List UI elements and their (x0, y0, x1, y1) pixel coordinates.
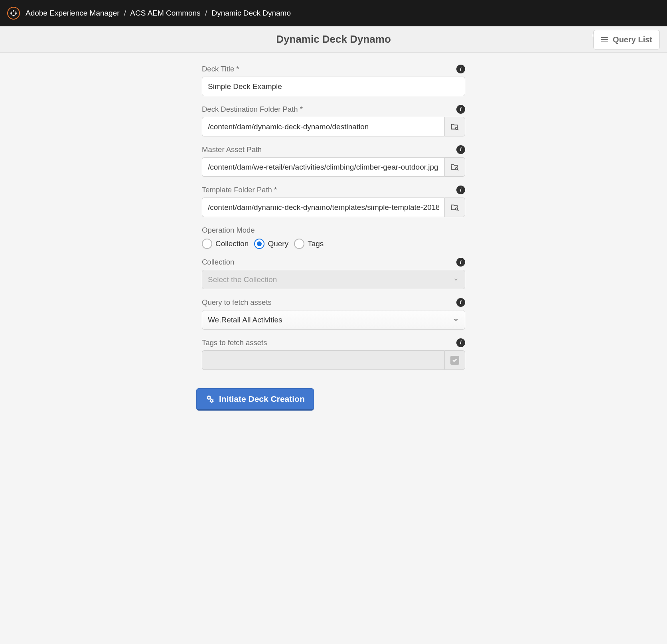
field-collection: Collection Select the Collection (202, 258, 465, 289)
form-container: Deck Title * Deck Destination Folder Pat… (202, 53, 465, 435)
breadcrumb-sep: / (205, 9, 207, 17)
topbar: Adobe Experience Manager / ACS AEM Commo… (0, 0, 667, 26)
field-query: Query to fetch assets We.Retail All Acti… (202, 298, 465, 330)
query-list-button[interactable]: Query List (593, 30, 660, 49)
field-operation-mode: Operation Mode Collection Query Tags (202, 226, 465, 249)
query-label: Query to fetch assets (202, 298, 272, 307)
info-icon[interactable] (456, 65, 465, 73)
destination-path-label: Deck Destination Folder Path * (202, 105, 303, 114)
master-asset-path-input[interactable] (202, 157, 444, 177)
field-deck-title: Deck Title * (202, 65, 465, 96)
browse-folder-button[interactable] (444, 117, 465, 136)
hamburger-icon (601, 36, 608, 44)
field-master-asset-path: Master Asset Path (202, 145, 465, 177)
destination-path-input[interactable] (202, 117, 444, 136)
radio-tags-label: Tags (308, 239, 324, 248)
info-icon[interactable] (456, 338, 465, 347)
template-folder-path-input[interactable] (202, 198, 444, 217)
breadcrumb-sep: / (124, 9, 126, 17)
collection-label: Collection (202, 258, 234, 267)
collection-placeholder: Select the Collection (208, 275, 277, 284)
folder-search-icon (450, 163, 459, 172)
browse-folder-button[interactable] (444, 198, 465, 217)
breadcrumb-mid[interactable]: ACS AEM Commons (130, 9, 200, 17)
svg-line-7 (458, 169, 458, 170)
folder-search-icon (450, 203, 459, 212)
deck-title-input[interactable] (202, 77, 465, 96)
info-icon[interactable] (456, 145, 465, 154)
svg-point-4 (456, 127, 458, 129)
breadcrumb-leaf[interactable]: Dynamic Deck Dynamo (212, 9, 291, 17)
operation-mode-label: Operation Mode (202, 226, 465, 235)
info-icon[interactable] (456, 298, 465, 307)
aem-logo-icon[interactable] (7, 7, 20, 20)
submit-label: Initiate Deck Creation (219, 394, 305, 404)
template-folder-path-label: Template Folder Path * (202, 186, 277, 194)
svg-point-6 (456, 167, 458, 170)
radio-tags[interactable]: Tags (294, 239, 324, 249)
info-icon[interactable] (456, 186, 465, 194)
initiate-deck-creation-button[interactable]: Initiate Deck Creation (196, 388, 314, 411)
radio-query[interactable]: Query (254, 239, 288, 249)
svg-line-9 (458, 209, 458, 210)
info-icon[interactable] (456, 105, 465, 114)
breadcrumb: Adobe Experience Manager / ACS AEM Commo… (26, 9, 291, 18)
subheader: Dynamic Deck Dynamo Query List (0, 26, 667, 53)
collection-select: Select the Collection (202, 270, 465, 289)
tags-select-button (444, 350, 465, 370)
deck-title-label: Deck Title * (202, 65, 239, 73)
field-template-folder-path: Template Folder Path * (202, 186, 465, 217)
svg-line-5 (458, 129, 458, 130)
tags-label: Tags to fetch assets (202, 338, 267, 347)
radio-query-label: Query (268, 239, 288, 248)
master-asset-path-label: Master Asset Path (202, 145, 262, 154)
info-icon[interactable] (456, 258, 465, 267)
checkmark-icon (450, 356, 459, 365)
query-list-label: Query List (613, 35, 652, 44)
field-tags: Tags to fetch assets (202, 338, 465, 370)
breadcrumb-root[interactable]: Adobe Experience Manager (26, 9, 120, 17)
radio-icon (202, 239, 212, 249)
radio-collection[interactable]: Collection (202, 239, 249, 249)
page-title: Dynamic Deck Dynamo (276, 33, 391, 45)
query-value: We.Retail All Activities (208, 316, 282, 324)
radio-collection-label: Collection (215, 239, 249, 248)
radio-icon (294, 239, 304, 249)
query-select[interactable]: We.Retail All Activities (202, 310, 465, 330)
folder-search-icon (450, 122, 459, 131)
gears-icon (205, 395, 214, 403)
radio-icon (254, 239, 264, 249)
browse-folder-button[interactable] (444, 157, 465, 177)
field-destination-path: Deck Destination Folder Path * (202, 105, 465, 136)
tags-input (202, 350, 444, 370)
svg-point-8 (456, 207, 458, 210)
